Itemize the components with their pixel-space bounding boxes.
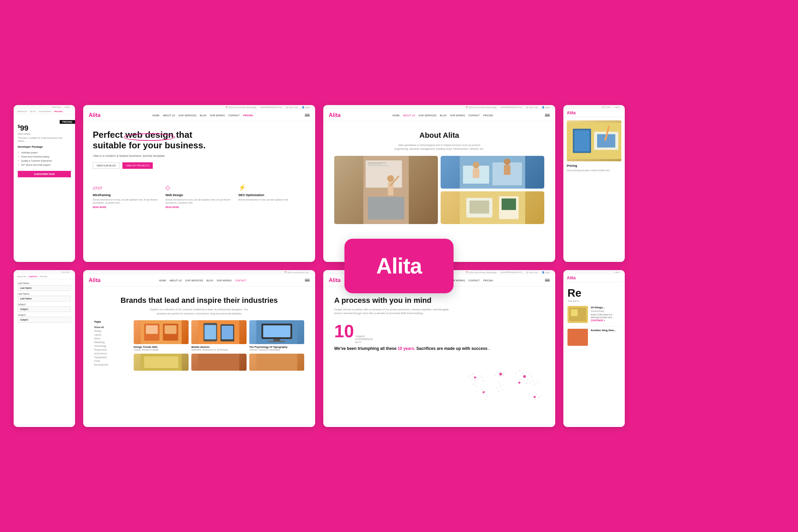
hamburger-icon[interactable] xyxy=(305,114,310,117)
filter-marketing[interactable]: Marketing xyxy=(94,340,128,344)
seo-icon: ⚡ xyxy=(238,184,306,191)
feature-2: Power And Predictive Dialog xyxy=(18,154,71,159)
process-hamburger-icon[interactable] xyxy=(545,279,550,282)
blog-you-text: You are h xyxy=(567,299,621,302)
about-top-bar: 📍 1826 Locust Street, Bainbridge support… xyxy=(323,105,555,109)
svg-point-5 xyxy=(387,175,394,182)
brand-cat-2: Marketing, Responsive & Technology xyxy=(191,349,246,351)
brand-name: Alita xyxy=(376,253,422,279)
blog-re-heading: Re xyxy=(567,287,621,299)
wireframing-read-more[interactable]: READ MORE xyxy=(93,206,160,208)
svg-point-92 xyxy=(485,390,486,392)
svg-point-83 xyxy=(526,383,527,384)
svg-point-75 xyxy=(526,371,527,372)
brand-cat-1: Layout, Website & design xyxy=(134,349,189,351)
filter-typography[interactable]: Typography xyxy=(94,355,128,359)
svg-point-69 xyxy=(498,390,500,392)
svg-rect-36 xyxy=(222,326,233,339)
about-hamburger-icon[interactable] xyxy=(545,114,550,117)
svg-point-47 xyxy=(473,373,474,375)
subscribe-button[interactable]: SUBSCRIBE NOW xyxy=(18,171,71,177)
svg-rect-104 xyxy=(571,309,578,316)
form-subject-1: Subject Subject xyxy=(18,303,71,312)
svg-rect-4 xyxy=(368,165,388,166)
svg-rect-20 xyxy=(502,198,516,210)
hero-buttons: VIEW OUR BLOG VIEW MY PROJECTS xyxy=(93,162,306,169)
filter-responsive[interactable]: Responsive xyxy=(94,348,128,352)
partial-right-top-bar: Your Cart Login xyxy=(563,105,625,109)
blog-read-more-1[interactable]: Continue » xyxy=(591,319,621,322)
service-webdesign-title: Web Design xyxy=(165,193,233,197)
brands-hamburger-icon[interactable] xyxy=(305,279,310,282)
blog-item-1: 10 things... Victoria Redd... Some of th… xyxy=(567,306,621,323)
svg-point-53 xyxy=(478,379,479,380)
svg-rect-31 xyxy=(165,325,177,334)
brands-nav-links: HOME ABOUT US OUR SERVICES BLOG OUR WORK… xyxy=(159,279,246,282)
filter-show-all[interactable]: Show all xyxy=(94,325,128,329)
svg-point-76 xyxy=(529,373,530,375)
partial-right-content: Pricing Some pricing and plans content v… xyxy=(563,117,625,175)
brands-logo: Alita xyxy=(89,277,101,283)
subject-input-2[interactable]: Subject xyxy=(18,317,71,323)
svg-point-95 xyxy=(485,399,486,400)
filter-ecommerce[interactable]: eCommerce xyxy=(94,352,128,355)
webdesign-read-more[interactable]: READ MORE xyxy=(165,206,233,208)
view-blog-button[interactable]: VIEW OUR BLOG xyxy=(93,162,120,169)
wireframing-icon: ▱▱ xyxy=(93,184,160,191)
svg-point-82 xyxy=(529,382,530,383)
pricing-plan-desc: This plan is suitable for small business… xyxy=(18,136,71,143)
svg-point-14 xyxy=(504,158,511,165)
webdesign-icon: ◇ xyxy=(165,184,233,191)
pricing-badge: PRICING xyxy=(60,120,75,124)
contact-nav-links: SERVICES CONTACT PRICING xyxy=(17,276,47,278)
view-projects-button[interactable]: VIEW MY PROJECTS xyxy=(122,162,153,169)
filter-technology[interactable]: Technology xyxy=(94,344,128,348)
about-logo: Alita xyxy=(329,112,341,118)
blog-item-2: Another blog item... xyxy=(567,329,621,346)
svg-point-72 xyxy=(515,372,517,373)
hero-navbar: Alita HOME ABOUT US OUR SERVICES BLOG OU… xyxy=(83,109,315,121)
svg-point-96 xyxy=(499,373,502,375)
svg-point-90 xyxy=(539,396,541,397)
filter-fonts[interactable]: Fonts xyxy=(94,359,128,363)
svg-point-70 xyxy=(497,387,498,388)
card-process: 📍 1826 Locust Street, Bainbridge support… xyxy=(323,270,555,427)
about-navbar: Alita HOME ABOUT US OUR SERVICES BLOG OU… xyxy=(323,109,555,121)
filter-layout[interactable]: Layout xyxy=(94,333,128,337)
blog-content: Re You are h 10 things... Victoria Redd.… xyxy=(563,282,625,354)
about-nav-links: HOME ABOUT US OUR SERVICES BLOG OUR WORK… xyxy=(393,114,493,117)
brand-item-row2-2 xyxy=(191,354,246,372)
filter-design[interactable]: Design xyxy=(94,329,128,333)
svg-rect-8 xyxy=(368,197,404,220)
svg-rect-3 xyxy=(368,164,382,164)
svg-point-99 xyxy=(534,396,536,398)
pricing-features-list: Unlimited project Power And Predictive D… xyxy=(18,150,71,167)
filter-about[interactable]: About xyxy=(94,337,128,340)
process-content: A process with you in mind People choose… xyxy=(323,286,555,358)
svg-point-67 xyxy=(500,385,501,387)
svg-point-100 xyxy=(483,391,485,393)
services-row: ▱▱ Wireframing Animal minesarchum et sea… xyxy=(83,184,315,213)
hero-top-bar: 📍 1826 Locust Street, Bainbridge support… xyxy=(83,105,315,109)
last-name-input-2[interactable]: Last Name xyxy=(18,296,71,301)
brand-item-typography: The Psychology Of Typography General, Co… xyxy=(249,320,304,351)
svg-rect-39 xyxy=(263,325,290,337)
subject-input-1[interactable]: Subject xyxy=(18,306,71,312)
svg-rect-18 xyxy=(470,200,489,213)
svg-point-89 xyxy=(534,399,535,400)
svg-point-59 xyxy=(500,371,501,372)
brands-desc: Explore our collection of 20+ projects c… xyxy=(148,308,250,315)
svg-point-78 xyxy=(520,379,522,380)
service-wireframing-title: Wireframing xyxy=(93,193,160,197)
filter-development[interactable]: Development xyxy=(94,363,128,367)
blog-logo: Alita xyxy=(567,276,621,280)
hero-subtitle: Alita is a modern & fastest business Joo… xyxy=(93,154,306,158)
brand-title-3: The Psychology Of Typography xyxy=(249,345,304,349)
svg-point-50 xyxy=(471,379,472,380)
pricing-price-row: $99 xyxy=(18,124,71,133)
last-name-input-1[interactable]: Last Name xyxy=(18,285,71,291)
feature-1: Unlimited project xyxy=(18,150,71,154)
form-subject-2: Subject Subject xyxy=(18,314,71,323)
form-last-name-1: Last Name Last Name xyxy=(18,282,71,291)
svg-rect-45 xyxy=(256,354,297,371)
